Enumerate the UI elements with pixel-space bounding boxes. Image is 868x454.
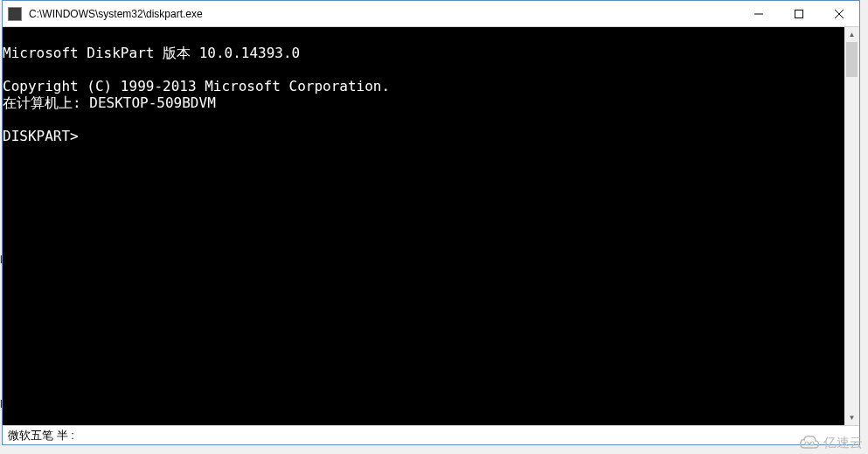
scroll-up-arrow[interactable]: ▲: [844, 27, 859, 42]
vertical-scrollbar[interactable]: ▲ ▼: [844, 27, 859, 425]
console-prompt: DISKPART>: [3, 128, 79, 144]
console-line: Microsoft DiskPart 版本 10.0.14393.0: [3, 45, 300, 61]
watermark: 亿速云: [799, 434, 863, 451]
window-controls: [739, 1, 859, 26]
console-output[interactable]: Microsoft DiskPart 版本 10.0.14393.0 Copyr…: [3, 27, 844, 425]
svg-point-5: [810, 442, 814, 445]
minimize-button[interactable]: [739, 1, 779, 26]
app-icon: [8, 7, 22, 21]
cloud-icon: [799, 434, 820, 451]
console-line: Copyright (C) 1999-2013 Microsoft Corpor…: [3, 78, 390, 94]
console-area: Microsoft DiskPart 版本 10.0.14393.0 Copyr…: [3, 27, 859, 425]
console-window: C:\WINDOWS\system32\diskpart.exe Microso…: [2, 0, 860, 445]
ime-status-bar: 微软五笔 半 :: [3, 425, 859, 444]
close-button[interactable]: [819, 1, 859, 26]
titlebar[interactable]: C:\WINDOWS\system32\diskpart.exe: [3, 1, 859, 27]
svg-rect-1: [795, 10, 803, 17]
console-line: 在计算机上: DESKTOP-509BDVM: [3, 94, 216, 111]
scroll-down-arrow[interactable]: ▼: [844, 410, 859, 425]
watermark-text: 亿速云: [823, 435, 863, 451]
scroll-track[interactable]: [844, 42, 859, 410]
ime-status-text: 微软五笔 半 :: [8, 428, 74, 444]
svg-point-4: [805, 442, 809, 445]
scroll-thumb[interactable]: [846, 42, 858, 77]
window-title: C:\WINDOWS\system32\diskpart.exe: [29, 8, 739, 20]
maximize-button[interactable]: [779, 1, 819, 26]
